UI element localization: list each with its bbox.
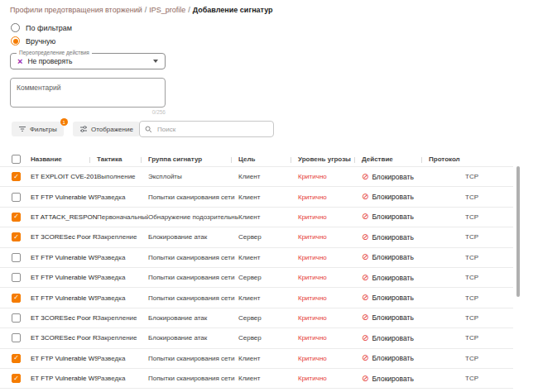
target-cell: Сервер [238, 334, 298, 342]
action-label: Блокировать [372, 233, 413, 241]
signature-group-cell: Попытки сканирования сети [148, 355, 238, 362]
action-label: Блокировать [372, 173, 413, 181]
radio-option-by-filters[interactable]: По фильтрам [11, 23, 72, 32]
display-settings-button[interactable]: Отображение [73, 122, 140, 136]
tactic-cell: Первоначальный [97, 213, 148, 221]
signature-name: ET 3CORESec Poor Repu [31, 233, 97, 241]
threat-level-cell: Критично [298, 173, 362, 180]
action-cell: ⊘ Блокировать [362, 274, 429, 282]
row-checkbox[interactable]: ✓ [12, 374, 21, 383]
char-counter: 0/256 [10, 109, 166, 115]
row-checkbox[interactable]: ✓ [12, 354, 21, 363]
target-cell: Сервер [238, 314, 298, 322]
row-checkbox[interactable] [12, 193, 21, 202]
target-cell: Клиент [238, 173, 298, 180]
threat-level-cell: Критично [298, 254, 362, 261]
table-row[interactable]: ✓ ET FTP Vulnerable WS_F Разведка Попытк… [0, 287, 513, 307]
table-row[interactable]: ✓ ET EXPLOIT CVE-2015-2 Выполнение Экспл… [0, 166, 513, 186]
radio-option-manual[interactable]: Вручную [11, 36, 55, 45]
row-checkbox[interactable] [12, 273, 21, 282]
action-label: Блокировать [372, 193, 413, 201]
protocol-cell: TCP [429, 314, 513, 322]
action-cell: ⊘ Блокировать [362, 173, 429, 181]
chevron-down-icon [153, 60, 158, 63]
action-label: Блокировать [372, 213, 413, 221]
radio-icon[interactable] [11, 36, 20, 45]
radio-label: Вручную [26, 37, 55, 45]
tactic-cell: Разведка [97, 355, 148, 362]
threat-level-cell: Критично [298, 294, 362, 302]
table-row[interactable]: ✓ ET FTP Vulnerable WS_F Разведка Попытк… [0, 368, 513, 388]
table-row[interactable]: ✓ ET ATTACK_RESPONSE I Первоначальный Об… [0, 207, 513, 227]
row-checkbox[interactable] [12, 313, 21, 323]
column-header-group: Группа сигнатур [141, 155, 238, 163]
action-override-select[interactable]: Переопределение действия × Не проверять [10, 53, 166, 69]
tactic-cell: Разведка [97, 254, 148, 261]
tactic-cell: Разведка [97, 274, 148, 281]
signature-name: ET FTP Vulnerable WS_F [31, 194, 97, 201]
tactic-cell: Разведка [97, 294, 148, 302]
protocol-cell: TCP [429, 173, 513, 180]
search-input[interactable] [156, 125, 268, 134]
breadcrumb: Профили предотвращения вторжений/IPS_pro… [10, 5, 273, 15]
row-checkbox[interactable]: ✓ [12, 232, 21, 241]
table-row[interactable]: ET 3CORESec Poor Repu Закрепление Блокир… [0, 308, 513, 327]
row-checkbox[interactable]: ✓ [12, 213, 21, 222]
signature-name: ET FTP Vulnerable WS_F [31, 254, 97, 261]
target-cell: Сервер [238, 233, 298, 241]
radio-icon[interactable] [11, 23, 20, 32]
signature-name: ET FTP Vulnerable WS_F [31, 294, 97, 302]
protocol-cell: TCP [429, 213, 513, 221]
protocol-cell: TCP [429, 375, 513, 382]
threat-level-cell: Критично [298, 274, 362, 281]
block-icon: ⊘ [362, 253, 368, 261]
table-row[interactable]: ET FTP Vulnerable WS_F Разведка Попытки … [0, 186, 513, 206]
signature-group-cell: Эксплойты [148, 173, 238, 180]
target-cell: Клиент [238, 375, 298, 382]
table-row[interactable]: ET 3CORESec Poor Repu Закрепление Блокир… [0, 327, 513, 347]
column-header-tactic: Тактика [89, 155, 148, 163]
select-value: Не проверять [27, 57, 153, 65]
table-row[interactable]: ✓ ET 3CORESec Poor Repu Закрепление Блок… [0, 227, 513, 246]
select-all-checkbox[interactable] [12, 155, 21, 164]
filters-button[interactable]: Фильтры 1 [12, 122, 64, 136]
signature-group-cell: Блокирование атак [148, 334, 238, 342]
search-icon [145, 122, 152, 136]
row-checkbox[interactable]: ✓ [12, 294, 21, 303]
table-row[interactable]: ✓ ET FTP Vulnerable WS_F Разведка Попытк… [0, 348, 513, 368]
action-label: Блокировать [372, 294, 413, 302]
table-row[interactable]: ET FTP Vulnerable WS_F Разведка Попытки … [0, 247, 513, 267]
action-label: Блокировать [372, 354, 413, 362]
signature-group-cell: Попытки сканирования сети [148, 375, 238, 382]
tactic-cell: Выполнение [97, 173, 148, 180]
block-icon: ⊘ [362, 375, 368, 383]
breadcrumb-separator: / [188, 6, 190, 14]
signature-name: ET EXPLOIT CVE-2015-2 [31, 173, 97, 180]
row-checkbox[interactable]: ✓ [12, 172, 21, 181]
clear-icon[interactable]: × [17, 57, 22, 66]
comment-field[interactable] [10, 78, 166, 108]
table-row[interactable]: ET FTP Vulnerable WS_F Разведка Попытки … [0, 267, 513, 287]
breadcrumb-link-profile[interactable]: IPS_profile [149, 6, 185, 14]
signature-name: ET FTP Vulnerable WS_F [31, 355, 97, 362]
tactic-cell: Закрепление [97, 314, 148, 322]
radio-label: По фильтрам [26, 24, 72, 32]
tune-icon [79, 125, 88, 133]
action-cell: ⊘ Блокировать [362, 375, 429, 383]
protocol-cell: TCP [429, 194, 513, 201]
column-header-target: Цель [231, 155, 298, 163]
tactic-cell: Разведка [97, 194, 148, 201]
block-icon: ⊘ [362, 173, 368, 181]
search-box [139, 121, 274, 137]
row-checkbox[interactable] [12, 253, 21, 262]
table-body: ✓ ET EXPLOIT CVE-2015-2 Выполнение Экспл… [0, 166, 513, 389]
action-cell: ⊘ Блокировать [362, 334, 429, 342]
action-cell: ⊘ Блокировать [362, 253, 429, 261]
breadcrumb-link-ips-profiles[interactable]: Профили предотвращения вторжений [10, 6, 142, 14]
display-button-label: Отображение [91, 126, 133, 133]
threat-level-cell: Критично [298, 314, 362, 322]
row-checkbox[interactable] [12, 333, 21, 342]
target-cell: Сервер [238, 274, 298, 281]
action-cell: ⊘ Блокировать [362, 193, 429, 201]
vertical-scrollbar[interactable] [516, 166, 520, 297]
